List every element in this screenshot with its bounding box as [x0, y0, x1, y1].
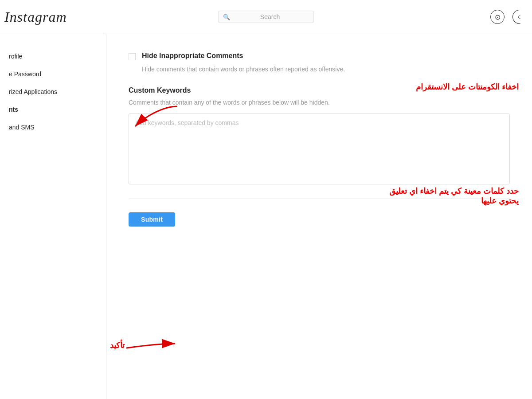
sidebar-item-comments[interactable]: nts: [0, 101, 106, 118]
custom-keywords-label: Custom Keywords: [129, 86, 510, 94]
submit-button[interactable]: Submit: [129, 212, 175, 227]
hide-comments-section: Hide Inappropriate Comments Hide comment…: [129, 52, 510, 74]
divider: [129, 199, 510, 199]
hide-comments-description: Hide comments that contain words or phra…: [142, 65, 510, 74]
sidebar-item-profile[interactable]: rofile: [0, 47, 106, 65]
instagram-logo: Instagram: [4, 9, 67, 25]
main-layout: rofile e Password rized Applications nts…: [0, 34, 532, 399]
search-icon: 🔍: [223, 14, 230, 20]
search-wrapper: 🔍: [219, 11, 314, 23]
header: Instagram 🔍 ⊙ ○: [0, 0, 532, 34]
hide-comments-row: Hide Inappropriate Comments: [129, 52, 510, 60]
sidebar: rofile e Password rized Applications nts…: [0, 34, 106, 399]
profile-icon-button[interactable]: ○: [512, 10, 527, 24]
profile-icon: ○: [518, 13, 522, 21]
compass-icon-button[interactable]: ⊙: [490, 10, 505, 24]
sidebar-item-push-sms[interactable]: and SMS: [0, 118, 106, 136]
content-area: Hide Inappropriate Comments Hide comment…: [106, 34, 532, 399]
custom-keywords-section: Custom Keywords Comments that contain an…: [129, 86, 510, 186]
submit-row: Submit: [129, 208, 510, 227]
sidebar-item-password[interactable]: e Password: [0, 65, 106, 83]
sidebar-item-authorized-apps[interactable]: rized Applications: [0, 83, 106, 101]
hide-comments-checkbox[interactable]: [129, 53, 136, 60]
search-input[interactable]: [219, 11, 314, 23]
keywords-textarea[interactable]: [129, 113, 510, 184]
search-container: 🔍: [219, 11, 314, 23]
header-icons: ⊙ ○: [490, 10, 523, 24]
hide-comments-label: Hide Inappropriate Comments: [142, 52, 243, 60]
compass-icon: ⊙: [495, 13, 501, 21]
custom-keywords-description: Comments that contain any of the words o…: [129, 98, 510, 107]
hide-comments-checkbox-wrapper[interactable]: [129, 53, 136, 60]
